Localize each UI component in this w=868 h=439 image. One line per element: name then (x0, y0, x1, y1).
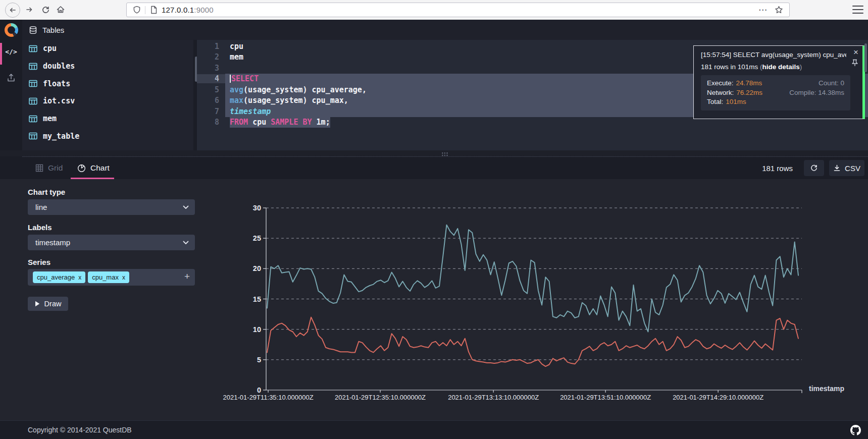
labels-label: Labels (28, 223, 52, 232)
table-icon (29, 80, 37, 87)
page-actions-icon[interactable]: ⋯ (758, 8, 768, 13)
table-list-item-cpu[interactable]: cpu (22, 40, 193, 58)
line-number: 7 (197, 107, 225, 116)
series-chip-cpu_average[interactable]: cpu_averagex (33, 271, 85, 283)
line-number: 8 (197, 118, 225, 127)
questdb-logo[interactable] (0, 20, 22, 40)
tab-chart[interactable]: Chart (77, 157, 110, 179)
table-list-item-my_table[interactable]: my_table (22, 127, 193, 145)
browser-back-button[interactable] (5, 3, 20, 18)
horizontal-divider (0, 150, 868, 156)
browser-menu-icon[interactable] (852, 6, 863, 14)
table-list-item-floats[interactable]: floats (22, 75, 193, 92)
shield-icon[interactable] (133, 6, 141, 14)
tab-grid[interactable]: Grid (35, 157, 63, 179)
table-name: doubles (43, 62, 75, 71)
play-icon (35, 301, 40, 307)
stat-row: Network:76.22msCompile: 14.38ms (707, 88, 844, 98)
table-icon (29, 63, 37, 70)
url-port: :9000 (194, 6, 214, 14)
code-token: (usage_system) cpu_max, (243, 96, 348, 105)
import-upload-icon[interactable] (7, 73, 16, 82)
url-separator (145, 6, 145, 14)
tables-list: cpudoublesfloatsiot.csvmemmy_table (22, 40, 193, 150)
paren-close: ) (800, 63, 802, 71)
series-chip-cpu_max[interactable]: cpu_maxx (88, 271, 129, 283)
series-label: Series (28, 258, 50, 266)
hide-details-link[interactable]: hide details (762, 63, 800, 71)
pie-chart-icon (77, 164, 86, 173)
remove-series-icon[interactable]: x (122, 274, 125, 281)
code-token: 1m; (312, 118, 330, 127)
code-token: cpu (248, 118, 271, 127)
line-number: 3 (197, 64, 225, 73)
url-bar[interactable]: 127.0.0.1:9000 ⋯ (126, 3, 790, 17)
chart-type-label: Chart type (28, 188, 65, 196)
chart-type-select[interactable]: line (28, 199, 195, 215)
table-icon (29, 132, 37, 140)
line-number: 2 (197, 52, 225, 62)
stat-secondary: Compile: 14.38ms (789, 88, 844, 98)
text-cursor (230, 75, 231, 83)
table-list-item-iot.csv[interactable]: iot.csv (22, 92, 193, 110)
bookmark-star-icon[interactable] (775, 6, 783, 14)
code-token: avg (230, 85, 243, 94)
grid-tab-label: Grid (48, 163, 63, 173)
line-number: 1 (197, 42, 225, 51)
stat-label: Network: (707, 88, 734, 98)
console-view-icon[interactable]: </> (0, 48, 22, 56)
table-list-item-mem[interactable]: mem (22, 110, 193, 128)
url-host: 127.0.0.1 (162, 6, 194, 14)
line-number: 5 (197, 85, 225, 94)
app-topbar: Tables Run (0, 20, 868, 40)
questdb-console-screen: 127.0.0.1:9000 ⋯ Tables Run (0, 0, 868, 439)
table-name: iot.csv (43, 96, 75, 105)
tables-panel-header: Tables (22, 20, 193, 40)
stat-row: Execute:24.78msCount: 0 (707, 79, 844, 88)
stat-value: 24.78ms (736, 79, 762, 88)
series-field[interactable]: cpu_averagexcpu_maxx+ (28, 269, 195, 286)
close-icon[interactable]: × (853, 48, 858, 57)
remove-series-icon[interactable]: x (78, 274, 81, 281)
table-name: my_table (43, 132, 79, 141)
grid-icon (35, 164, 43, 172)
query-stats-box: Execute:24.78msCount: 0Network:76.22msCo… (701, 75, 850, 111)
code-token: (usage_system) cpu_average, (243, 85, 367, 94)
code-token: cpu (230, 42, 243, 51)
pin-icon[interactable] (852, 59, 858, 67)
notification-title: [15:57:54] SELECT avg(usage_system) cpu_… (701, 51, 846, 59)
horizontal-resize-handle[interactable] (441, 152, 448, 156)
table-list-item-doubles[interactable]: doubles (22, 58, 193, 75)
code-token: SELECT (231, 74, 259, 83)
url-text[interactable]: 127.0.0.1:9000 (162, 6, 214, 14)
table-icon (29, 115, 37, 123)
chart-tab-label: Chart (90, 163, 110, 173)
forward-arrow-icon (25, 6, 33, 14)
notification-summary: 181 rows in 101ms (hide details) (701, 63, 856, 71)
database-icon (29, 26, 37, 34)
footer: Copyright © 2014-2021 QuestDB (0, 420, 868, 439)
csv-button-label: CSV (845, 164, 860, 173)
stat-value: 101ms (726, 97, 746, 107)
chart-type-value: line (35, 203, 47, 211)
editor-scrollbar-thumb[interactable] (864, 43, 867, 72)
result-tab-bar: Grid Chart 181 rows CSV (0, 157, 868, 179)
code-token: SAMPLE BY (271, 118, 312, 127)
back-arrow-icon (9, 6, 17, 14)
table-icon (29, 45, 37, 52)
browser-reload-button[interactable] (38, 3, 53, 17)
stat-secondary: Count: 0 (819, 79, 844, 88)
add-series-button[interactable]: + (184, 271, 190, 282)
browser-forward-button[interactable] (22, 3, 36, 17)
download-csv-button[interactable]: CSV (829, 160, 864, 176)
refresh-results-button[interactable] (804, 160, 824, 176)
labels-value: timestamp (35, 238, 70, 247)
github-icon[interactable] (850, 425, 861, 435)
draw-button[interactable]: Draw (28, 297, 68, 311)
page-icon (150, 6, 158, 14)
code-token: timestamp (230, 107, 271, 116)
stat-label: Execute: (707, 79, 734, 88)
browser-home-button[interactable] (54, 3, 68, 17)
stat-label: Total: (707, 97, 723, 107)
labels-select[interactable]: timestamp (28, 235, 195, 250)
